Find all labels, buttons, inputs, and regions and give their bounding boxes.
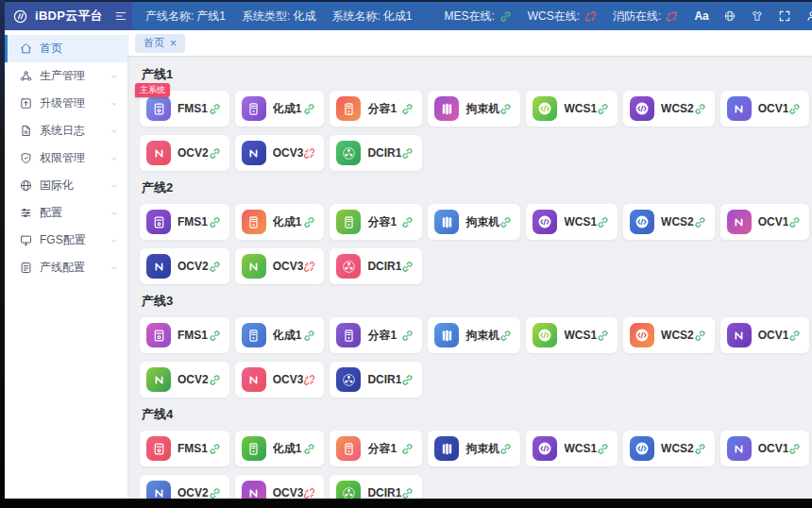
app-card[interactable]: DCIR1 — [330, 475, 422, 499]
close-icon[interactable]: × — [170, 38, 177, 49]
link-online-icon[interactable] — [499, 443, 512, 455]
link-online-icon[interactable] — [694, 443, 706, 455]
link-online-icon[interactable] — [694, 103, 706, 115]
link-online-icon[interactable] — [401, 487, 414, 500]
app-card[interactable]: 分容1 — [330, 317, 422, 353]
app-card[interactable]: OCV1 — [720, 431, 810, 466]
language-icon[interactable] — [723, 9, 736, 23]
link-online-icon[interactable] — [597, 216, 609, 229]
link-online-icon[interactable] — [597, 330, 609, 342]
link-online-icon[interactable] — [209, 216, 221, 229]
link-online-icon[interactable] — [401, 330, 414, 342]
tab-home[interactable]: 首页 × — [135, 34, 185, 53]
app-card[interactable]: OCV1 — [720, 91, 810, 127]
sidebar-item-monitor[interactable]: FGS配置 — [5, 227, 127, 254]
sidebar-item-logs[interactable]: 系统日志 — [5, 117, 127, 144]
app-icon — [242, 96, 266, 121]
link-online-icon[interactable] — [788, 216, 801, 229]
app-card[interactable]: 化成1 — [235, 317, 325, 353]
link-online-icon[interactable] — [788, 443, 801, 455]
app-card[interactable]: 化成1 — [235, 204, 325, 240]
link-online-icon[interactable] — [499, 103, 512, 115]
link-online-icon[interactable] — [401, 147, 414, 160]
app-card[interactable]: FMS1主系统 — [140, 91, 229, 127]
app-card[interactable]: DCIR1 — [330, 362, 422, 398]
link-online-icon[interactable] — [401, 261, 414, 273]
app-card[interactable]: 分容1 — [330, 204, 422, 240]
theme-icon[interactable] — [751, 9, 764, 23]
app-card[interactable]: WCS2 — [623, 317, 715, 353]
link-broken-icon[interactable] — [303, 147, 315, 160]
link-online-icon[interactable] — [209, 330, 221, 342]
app-card[interactable]: DCIR1 — [330, 135, 422, 171]
app-card[interactable]: DCIR1 — [330, 248, 422, 284]
link-online-icon[interactable] — [401, 443, 414, 455]
link-online-icon[interactable] — [788, 330, 801, 342]
app-card[interactable]: OCV3 — [235, 248, 325, 284]
link-online-icon[interactable] — [303, 443, 315, 455]
link-online-icon[interactable] — [788, 103, 801, 115]
fullscreen-icon[interactable] — [778, 9, 791, 23]
app-card[interactable]: WCS2 — [623, 431, 715, 466]
app-card[interactable]: 分容1 — [330, 431, 422, 466]
app-card[interactable]: OCV2 — [140, 135, 229, 171]
app-card[interactable]: OCV3 — [235, 362, 325, 398]
app-card[interactable]: OCV2 — [140, 475, 229, 499]
app-card[interactable]: FMS1 — [140, 317, 229, 353]
app-card[interactable]: 化成1 — [235, 91, 325, 127]
link-online-icon[interactable] — [209, 261, 221, 273]
sidebar-item-config[interactable]: 配置 — [5, 199, 127, 227]
link-online-icon[interactable] — [694, 330, 706, 342]
app-card[interactable]: WCS1 — [526, 91, 617, 127]
app-card[interactable]: OCV1 — [720, 204, 810, 240]
sidebar-item-lines[interactable]: 产线配置 — [5, 254, 127, 281]
link-online-icon[interactable] — [209, 147, 221, 160]
app-card[interactable]: 拘束机 — [428, 317, 520, 353]
link-online-icon[interactable] — [209, 103, 221, 115]
app-card[interactable]: 拘束机 — [428, 91, 520, 127]
app-card[interactable]: WCS1 — [526, 204, 617, 240]
link-online-icon[interactable] — [209, 443, 221, 455]
app-card[interactable]: OCV3 — [235, 475, 325, 499]
link-broken-icon[interactable] — [303, 374, 315, 386]
link-online-icon[interactable] — [499, 330, 512, 342]
link-online-icon[interactable] — [401, 103, 414, 115]
link-online-icon[interactable] — [597, 103, 609, 115]
sidebar-item-home[interactable]: 首页 — [5, 35, 127, 62]
app-card[interactable]: OCV2 — [140, 248, 229, 284]
link-online-icon[interactable] — [303, 330, 315, 342]
app-card[interactable]: OCV3 — [235, 135, 325, 171]
app-card[interactable]: 分容1 — [330, 91, 422, 127]
sidebar-item-permission[interactable]: 权限管理 — [5, 144, 127, 172]
link-online-icon[interactable] — [209, 374, 221, 386]
app-card[interactable]: FMS1 — [140, 431, 229, 466]
font-size-button[interactable]: Aa — [694, 9, 708, 23]
header-info-item: 系统类型:化成 — [242, 8, 315, 25]
link-online-icon[interactable] — [303, 216, 315, 229]
sidebar-item-upgrade[interactable]: 升级管理 — [5, 90, 127, 117]
link-online-icon[interactable] — [694, 216, 706, 229]
link-online-icon[interactable] — [499, 216, 512, 229]
link-online-icon[interactable] — [597, 443, 609, 455]
app-card[interactable]: WCS1 — [526, 317, 617, 353]
user-icon[interactable] — [805, 9, 812, 23]
sidebar-collapse-icon[interactable] — [114, 9, 127, 23]
app-card[interactable]: FMS1 — [140, 204, 229, 240]
link-online-icon[interactable] — [209, 487, 221, 500]
link-broken-icon[interactable] — [303, 261, 315, 273]
app-card[interactable]: WCS1 — [526, 431, 617, 466]
app-card[interactable]: 化成1 — [235, 431, 325, 466]
app-card[interactable]: OCV2 — [140, 362, 229, 398]
link-online-icon[interactable] — [401, 216, 414, 229]
sidebar-item-production[interactable]: 生产管理 — [5, 62, 127, 90]
app-icon — [336, 323, 361, 347]
app-card[interactable]: 拘束机 — [428, 204, 520, 240]
app-card[interactable]: 拘束机 — [428, 431, 520, 466]
link-broken-icon[interactable] — [303, 487, 315, 500]
sidebar-item-globe[interactable]: 国际化 — [5, 172, 127, 199]
app-card[interactable]: WCS2 — [623, 91, 715, 127]
link-online-icon[interactable] — [401, 374, 414, 386]
app-card[interactable]: WCS2 — [623, 204, 715, 240]
app-card[interactable]: OCV1 — [720, 317, 810, 353]
link-online-icon[interactable] — [303, 103, 315, 115]
